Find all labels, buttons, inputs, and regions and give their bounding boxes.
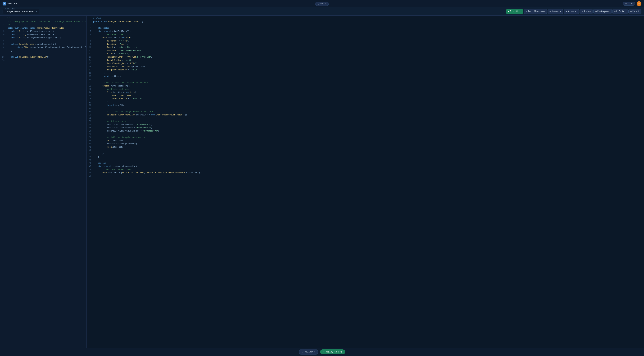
left-code-panel: 1 /** 2 * An apex page controller that e… bbox=[0, 16, 87, 348]
line-number: 11 bbox=[0, 49, 6, 52]
line-content: // Create test site bbox=[93, 88, 132, 91]
table-row: 29 bbox=[87, 107, 644, 110]
line-content: LastName = 'User', bbox=[93, 43, 130, 46]
table-row: 3 bbox=[87, 23, 644, 26]
table-row: 12 bbox=[0, 52, 86, 56]
line-number: 26 bbox=[87, 98, 93, 100]
line-number: 47 bbox=[87, 165, 93, 168]
line-number: 7 bbox=[0, 36, 6, 39]
line-number: 4 bbox=[87, 27, 93, 30]
line-number: 41 bbox=[87, 146, 93, 148]
deploy-icon: ↑ bbox=[323, 351, 324, 353]
app-name: SFDC Neo bbox=[8, 2, 18, 5]
refactor-icon: ↺ bbox=[614, 10, 616, 13]
table-row: 35 controller.newPassword = 'newpassword… bbox=[87, 126, 644, 130]
line-number: 38 bbox=[87, 136, 93, 139]
line-number: 8 bbox=[87, 40, 93, 42]
bottom-bar: ✓ Validate ↑ Deploy to Org bbox=[0, 348, 644, 356]
left-code-inner: 1 /** 2 * An apex page controller that e… bbox=[0, 16, 86, 63]
line-content: } bbox=[93, 152, 106, 155]
line-number: 33 bbox=[87, 120, 93, 123]
refactor-label: Refactor bbox=[616, 10, 626, 12]
apex-class-selector[interactable]: Apex Class ChangePasswordController ▾ bbox=[2, 9, 40, 14]
line-number: 16 bbox=[87, 65, 93, 68]
comments-button[interactable]: ◉ Comments bbox=[548, 9, 563, 14]
line-number: 2 bbox=[0, 20, 6, 23]
table-row: 40 controller.changePassword(); bbox=[87, 142, 644, 146]
table-row: 13 public ChangePasswordController() {} bbox=[0, 56, 86, 59]
review-icon: ◎ bbox=[582, 10, 583, 13]
table-row: 14 } bbox=[0, 59, 86, 62]
comments-label: Comments bbox=[552, 10, 561, 12]
test-class-prompt-label: Test Classprompt bbox=[528, 10, 545, 13]
line-number: 28 bbox=[87, 104, 93, 107]
table-row: 28 insert testSite; bbox=[87, 104, 644, 107]
table-row: 14 LocaleSidKey = 'en_US', bbox=[87, 59, 644, 62]
table-row: 21 // Set the test user as the current u… bbox=[87, 81, 644, 84]
table-row: 11 Username = 'testuser@test.com', bbox=[87, 49, 644, 52]
line-content: controller.verifyNewPassword = 'newpassw… bbox=[93, 130, 162, 132]
review-button[interactable]: ◎ Review bbox=[580, 9, 592, 14]
table-row: 8 FirstName = 'Test', bbox=[87, 40, 644, 42]
table-row: 20 bbox=[87, 78, 644, 81]
github-button[interactable]: ⬡ Github bbox=[315, 2, 329, 6]
table-row: 2 public class ChangePasswordControllerT… bbox=[87, 20, 644, 23]
deploy-button[interactable]: ↑ Deploy to Org bbox=[320, 350, 345, 354]
line-content: Test.startTest(); bbox=[93, 139, 130, 142]
line-number: 20 bbox=[87, 78, 93, 81]
line-number: 37 bbox=[87, 133, 93, 136]
main-content: 1 /** 2 * An apex page controller that e… bbox=[0, 16, 644, 348]
table-row: 47 static void testChangePassword() { bbox=[87, 165, 644, 168]
table-row: 12 Alias = 'testuser', bbox=[87, 52, 644, 56]
right-test-panel: 1 @isTest 2 public class ChangePasswordC… bbox=[87, 16, 644, 348]
line-number: 19 bbox=[87, 75, 93, 78]
line-number: 12 bbox=[87, 52, 93, 55]
github-label: Github bbox=[320, 2, 326, 5]
line-number: 29 bbox=[87, 107, 93, 110]
table-row: 1 @isTest bbox=[87, 17, 644, 20]
table-row: 16 ProfileId = UserInfo.getProfileId(), bbox=[87, 65, 644, 68]
validate-button[interactable]: ✓ Validate bbox=[299, 349, 318, 355]
deploy-label: Deploy to Org bbox=[326, 351, 342, 353]
line-number: 7 bbox=[87, 36, 93, 39]
format-button[interactable]: ▤ Format bbox=[628, 9, 642, 14]
avatar: A bbox=[636, 1, 642, 6]
test-class-button[interactable]: ▶ Test Class bbox=[506, 9, 523, 14]
line-content: Test.stopTest(); bbox=[93, 146, 128, 148]
logo-icon: M bbox=[2, 2, 6, 6]
line-number: 6 bbox=[87, 33, 93, 36]
line-content: // Call the changePassword method bbox=[93, 136, 148, 139]
review-prompt-button[interactable]: ◎ Reviewprompt bbox=[593, 9, 612, 14]
table-row: 49 User testUser = [SELECT Id, Username,… bbox=[87, 171, 644, 174]
edit-icon: ✎ bbox=[526, 10, 527, 13]
table-row: 42 bbox=[87, 149, 644, 152]
table-row: 25 Name = 'Test Site', bbox=[87, 94, 644, 97]
test-class-prompt-button[interactable]: ✎ Test Classprompt bbox=[524, 9, 547, 14]
line-content: Site testSite = new Site( bbox=[93, 91, 138, 94]
toolbar-buttons: ▶ Test Class ✎ Test Classprompt ◉ Commen… bbox=[506, 9, 642, 14]
table-row: 31 ChangePasswordController controller =… bbox=[87, 113, 644, 116]
validate-label: Validate bbox=[305, 351, 314, 353]
app-logo: M SFDC Neo bbox=[2, 2, 18, 6]
line-content: public PageReference changePassword() { bbox=[6, 43, 59, 46]
table-row: 30 // Create test change password contro… bbox=[87, 110, 644, 113]
table-row: 18 ); bbox=[87, 72, 644, 75]
format-label: Format bbox=[632, 10, 639, 12]
review-prompt-label: Reviewprompt bbox=[598, 10, 610, 13]
refactor-button[interactable]: ↺ Refactor bbox=[612, 9, 628, 14]
line-content: @isTest bbox=[93, 162, 108, 165]
document-button[interactable]: ◈ Document bbox=[564, 9, 579, 14]
table-row: 6 public String newPassword {get; set;} bbox=[0, 33, 86, 36]
line-content: // Set the test user as the current user bbox=[93, 81, 152, 84]
line-number: 45 bbox=[87, 158, 93, 162]
line-number: 12 bbox=[0, 52, 6, 55]
line-content: public String verifyNewPassword {get; se… bbox=[6, 36, 64, 39]
line-number: 35 bbox=[87, 126, 93, 129]
line-number: 13 bbox=[87, 56, 93, 58]
chevron-down-icon: ▾ bbox=[36, 10, 37, 13]
line-content: Alias = 'testuser', bbox=[93, 52, 132, 55]
table-row: 5 static void setupTestData() { bbox=[87, 30, 644, 33]
line-content: static void testChangePassword() { bbox=[93, 165, 140, 168]
line-content: } bbox=[93, 155, 102, 158]
table-row: 5 public String oldPassword {get; set;} bbox=[0, 30, 86, 33]
